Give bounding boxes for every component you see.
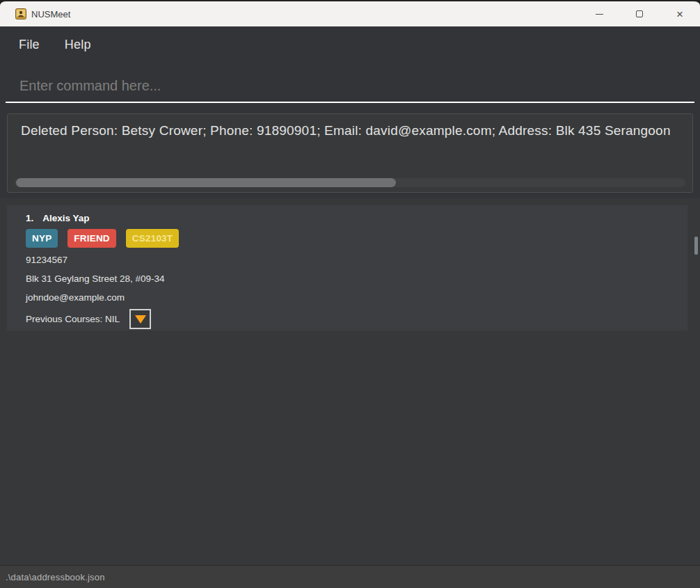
address-book-app-icon: [15, 8, 26, 19]
status-bar: .\data\addressbook.json: [0, 565, 700, 588]
command-box-underline: [6, 70, 694, 103]
tag-cs2103t: CS2103T: [126, 229, 179, 248]
person-name: Alexis Yap: [42, 213, 89, 223]
person-index: 1.: [26, 213, 33, 223]
titlebar: NUSMeet ×: [0, 1, 700, 26]
result-horizontal-scrollbar-thumb[interactable]: [16, 178, 396, 187]
previous-courses-row: Previous Courses: NIL: [26, 309, 687, 329]
maximize-button[interactable]: [619, 1, 660, 26]
command-box-area: [0, 63, 700, 113]
save-location-path: .\data\addressbook.json: [6, 572, 105, 582]
command-input[interactable]: [6, 70, 694, 102]
minimize-icon: [596, 14, 603, 15]
close-icon: ×: [676, 8, 683, 20]
maximize-icon: [636, 10, 643, 17]
result-display-text: Deleted Person: Betsy Crower; Phone: 918…: [21, 123, 679, 138]
window-title: NUSMeet: [31, 9, 70, 19]
tag-friend: FRIEND: [67, 229, 116, 248]
result-display-area: Deleted Person: Betsy Crower; Phone: 918…: [0, 113, 700, 198]
person-phone: 91234567: [26, 254, 687, 267]
menubar: File Help: [0, 26, 700, 63]
menu-help[interactable]: Help: [58, 33, 98, 56]
chevron-down-icon: [135, 315, 146, 324]
result-horizontal-scrollbar-track[interactable]: [15, 178, 685, 187]
window-controls: ×: [579, 1, 700, 26]
app-window: NUSMeet × File Help Deleted Person: Bets…: [0, 0, 700, 588]
close-button[interactable]: ×: [660, 1, 700, 26]
previous-courses-label: Previous Courses: NIL: [26, 313, 120, 326]
tag-nyp: NYP: [26, 229, 58, 248]
expand-courses-button[interactable]: [129, 309, 151, 329]
person-name-row: 1. Alexis Yap: [26, 213, 687, 223]
minimize-button[interactable]: [579, 1, 619, 26]
person-list-panel: 1. Alexis Yap NYP FRIEND CS2103T 9123456…: [0, 198, 700, 565]
person-card[interactable]: 1. Alexis Yap NYP FRIEND CS2103T 9123456…: [7, 205, 687, 331]
result-display-panel[interactable]: Deleted Person: Betsy Crower; Phone: 918…: [7, 113, 693, 193]
person-list-vertical-scrollbar-thumb[interactable]: [694, 237, 698, 255]
menu-file[interactable]: File: [12, 33, 47, 56]
person-email: johndoe@example.com: [26, 292, 687, 304]
person-tags: NYP FRIEND CS2103T: [26, 229, 687, 248]
person-address: Blk 31 Geylang Street 28, #09-34: [26, 273, 687, 285]
